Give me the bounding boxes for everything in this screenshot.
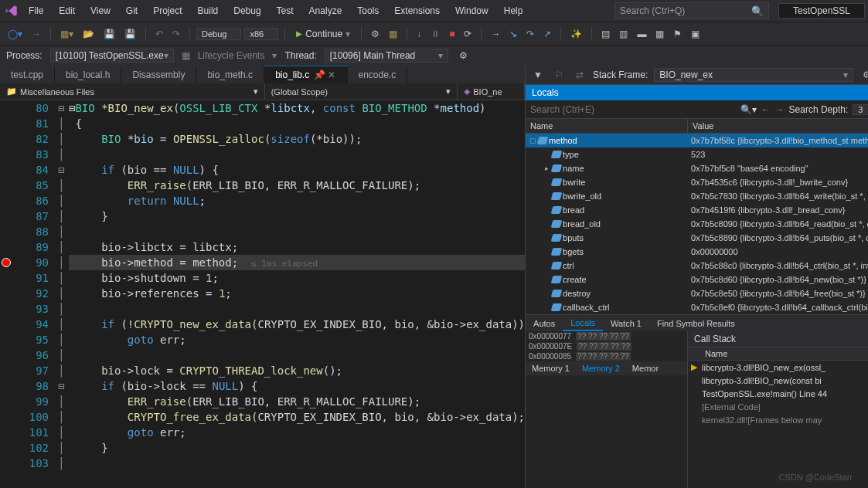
- tab-bio_lib-c[interactable]: bio_lib.c📌 ✕: [264, 66, 347, 83]
- locals-row[interactable]: bread0x7b4519f6 {libcrypto-3.dll!_bread_…: [526, 203, 868, 217]
- search-prev-icon[interactable]: ←: [761, 104, 771, 115]
- step-into-icon[interactable]: ↓: [414, 27, 424, 41]
- locals-row[interactable]: bputs0x7b5c8890 {libcrypto-3.dll!b64_put…: [526, 231, 868, 245]
- locals-row[interactable]: create0x7b5c8d60 {libcrypto-3.dll!b64_ne…: [526, 273, 868, 286]
- nav-func[interactable]: (Global Scope)▾: [265, 83, 458, 100]
- stack-tool-icon[interactable]: ⚙: [859, 68, 868, 82]
- tool2-icon[interactable]: ▥: [616, 27, 631, 41]
- locals-grid[interactable]: ▢ method0x7b7bf58c {libcrypto-3.dll!bio_…: [526, 134, 868, 314]
- new-item-icon[interactable]: ▦▾: [57, 27, 77, 41]
- filter-icon[interactable]: ▼: [530, 68, 546, 82]
- thread-tool-icon[interactable]: ⚙: [456, 49, 471, 63]
- callstack-row[interactable]: [External Code]: [688, 400, 868, 413]
- menu-git[interactable]: Git: [119, 2, 145, 19]
- save-all-icon[interactable]: 💾: [121, 27, 139, 41]
- breakpoint-icon[interactable]: [2, 258, 11, 267]
- process-combo[interactable]: [10100] TestOpenSSL.exe▾: [50, 49, 174, 63]
- process-icon[interactable]: ⚙: [368, 27, 383, 41]
- memory-tab[interactable]: Memor: [626, 361, 665, 375]
- callstack-title[interactable]: Call Stack: [688, 331, 868, 347]
- thread-combo[interactable]: [10096] Main Thread▾: [325, 49, 448, 63]
- lifecycle-icon[interactable]: ▦: [182, 50, 190, 61]
- locals-row[interactable]: type523: [526, 147, 868, 161]
- memory-row[interactable]: 0x00000085?? ?? ?? ?? ??: [526, 351, 687, 361]
- col-value-header[interactable]: Value: [688, 119, 868, 133]
- callstack-row[interactable]: libcrypto-3.dll!BIO_new(const bi: [688, 374, 868, 387]
- menu-analyze[interactable]: Analyze: [302, 2, 349, 19]
- menu-extensions[interactable]: Extensions: [387, 2, 447, 19]
- save-icon[interactable]: 💾: [100, 27, 118, 41]
- platform-combo[interactable]: x86: [244, 28, 278, 40]
- callstack-row[interactable]: kernel32.dll![Frames below may: [688, 413, 868, 426]
- tool4-icon[interactable]: ▦: [652, 27, 667, 41]
- nav-back-icon[interactable]: ◯▾: [5, 27, 26, 41]
- locals-row[interactable]: ctrl0x7b5c88c0 {libcrypto-3.dll!b64_ctrl…: [526, 259, 868, 273]
- col-name-header[interactable]: Name: [526, 119, 688, 133]
- locals-row[interactable]: bread_old0x7b5c8090 {libcrypto-3.dll!b64…: [526, 217, 868, 231]
- swap-icon[interactable]: ⇄: [573, 68, 587, 82]
- memory-row[interactable]: 0x0000007E?? ?? ?? ?? ??: [526, 341, 687, 351]
- debug-tab-watch-1[interactable]: Watch 1: [603, 317, 649, 330]
- menu-project[interactable]: Project: [146, 2, 189, 19]
- debug-tab-find-symbol-results[interactable]: Find Symbol Results: [649, 317, 743, 330]
- fold-column[interactable]: ⊟│││⊟│││││││││││││⊟│││││: [58, 100, 69, 488]
- continue-button[interactable]: ▶ Continue ▾: [291, 27, 355, 41]
- nav-fwd-icon[interactable]: →: [29, 27, 44, 41]
- break-all-icon[interactable]: ▦: [386, 27, 400, 41]
- tab-encode-c[interactable]: encode.c: [348, 66, 408, 83]
- locals-row[interactable]: bwrite0x7b4535c6 {libcrypto-3.dll!_bwrit…: [526, 175, 868, 189]
- menu-help[interactable]: Help: [497, 2, 530, 19]
- menu-debug[interactable]: Debug: [226, 2, 267, 19]
- menu-edit[interactable]: Edit: [52, 2, 82, 19]
- locals-row[interactable]: destroy0x7b5c8e50 {libcrypto-3.dll!b64_f…: [526, 286, 868, 300]
- tab-bio_meth-c[interactable]: bio_meth.c: [196, 66, 264, 83]
- menu-view[interactable]: View: [83, 2, 117, 19]
- locals-search-input[interactable]: [530, 104, 736, 115]
- nav-member[interactable]: ◈BIO_ne: [458, 83, 525, 100]
- menu-file[interactable]: File: [22, 2, 50, 19]
- tab-Disassembly[interactable]: Disassembly: [121, 66, 196, 83]
- step-into2-icon[interactable]: ↘: [506, 27, 520, 41]
- solution-name[interactable]: TestOpenSSL: [778, 3, 865, 19]
- tool6-icon[interactable]: ▣: [688, 27, 703, 41]
- flag-icon[interactable]: ⚐: [552, 68, 567, 82]
- debug-tab-locals[interactable]: Locals: [563, 316, 603, 331]
- locals-row[interactable]: bwrite_old0x7b5c7830 {libcrypto-3.dll!b6…: [526, 189, 868, 203]
- menu-tools[interactable]: Tools: [350, 2, 386, 19]
- redo-icon[interactable]: ↷: [169, 27, 183, 41]
- tool1-icon[interactable]: ▤: [598, 27, 613, 41]
- restart-icon[interactable]: ⟳: [461, 27, 475, 41]
- line-gutter[interactable]: 8081828384858687888990919293949596979899…: [0, 100, 58, 488]
- config-combo[interactable]: Debug: [196, 28, 241, 40]
- locals-row[interactable]: callback_ctrl0x7b5c8ef0 {libcrypto-3.dll…: [526, 300, 868, 314]
- tab-test-cpp[interactable]: test.cpp: [0, 66, 55, 83]
- callstack-row[interactable]: TestOpenSSL.exe!main() Line 44: [688, 387, 868, 400]
- debug-tab-autos[interactable]: Autos: [526, 317, 563, 330]
- locals-panel-title[interactable]: Locals: [526, 85, 868, 100]
- pause-icon[interactable]: ⏸: [427, 27, 443, 41]
- menu-window[interactable]: Window: [448, 2, 495, 19]
- step-out-icon[interactable]: ↗: [540, 27, 554, 41]
- locals-row[interactable]: ▢ method0x7b7bf58c {libcrypto-3.dll!bio_…: [526, 134, 868, 147]
- memory-row[interactable]: 0x00000077?? ?? ?? ?? ??: [526, 331, 687, 341]
- intellicode-icon[interactable]: ✨: [567, 27, 585, 41]
- show-next-stmt-icon[interactable]: →: [488, 27, 503, 41]
- memory-tab[interactable]: Memory 1: [526, 361, 576, 375]
- search-next-icon[interactable]: →: [775, 104, 785, 115]
- search-icon[interactable]: 🔍▾: [740, 104, 757, 115]
- tool5-icon[interactable]: ⚑: [670, 27, 685, 41]
- tab-bio_local-h[interactable]: bio_local.h: [55, 66, 121, 83]
- global-search-input[interactable]: Search (Ctrl+Q) 🔍: [614, 2, 769, 19]
- locals-row[interactable]: bgets0x00000000: [526, 245, 868, 259]
- search-depth-combo[interactable]: 3: [853, 104, 868, 115]
- step-over-icon[interactable]: ↷: [523, 27, 537, 41]
- locals-row[interactable]: ▸ name0x7b7bf5c8 "base64 encoding"🔍: [526, 161, 868, 175]
- menu-build[interactable]: Build: [191, 2, 226, 19]
- nav-scope[interactable]: 📁Miscellaneous Files▾: [0, 83, 265, 100]
- menu-test[interactable]: Test: [270, 2, 301, 19]
- stop-icon[interactable]: ■: [446, 27, 458, 41]
- tool3-icon[interactable]: ▬: [634, 27, 649, 41]
- callstack-row[interactable]: ▶libcrypto-3.dll!BIO_new_ex(ossl_: [688, 361, 868, 374]
- open-file-icon[interactable]: 📂: [80, 27, 97, 41]
- code-text[interactable]: ⊟BIO *BIO_new_ex(OSSL_LIB_CTX *libctx, c…: [69, 100, 525, 488]
